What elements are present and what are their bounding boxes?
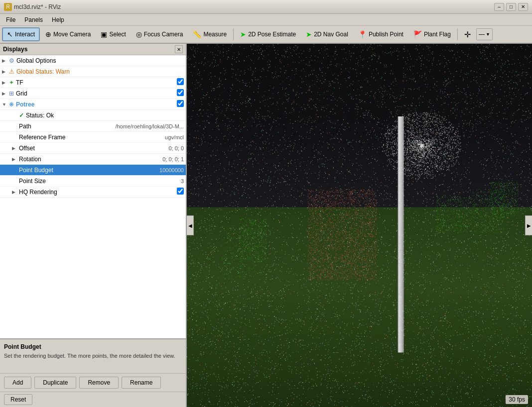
duplicate-button[interactable]: Duplicate [34,377,76,389]
select-icon: ▣ [101,30,107,38]
displays-list[interactable]: ▶ ⚙ Global Options ▶ ⚠ Global Status: Wa… [0,55,186,338]
close-button[interactable]: ✕ [518,3,528,11]
reference-frame-item[interactable]: Reference Frame ugv/mcl [0,132,186,143]
status-ok-item[interactable]: ✓ Status: Ok [0,110,186,121]
rename-button[interactable]: Rename [122,377,161,389]
2d-pose-tool[interactable]: ➤ 2D Pose Estimate [236,27,300,41]
tf-checkbox[interactable] [177,78,184,85]
expand-arrow-tf: ▶ [2,80,9,85]
add-button[interactable]: Add [4,377,31,389]
hq-rendering-checkbox-cell[interactable] [177,188,184,196]
potree-checkbox-cell[interactable] [177,100,184,108]
bottom-buttons: Add Duplicate Remove Rename [0,373,186,392]
plant-flag-label: Plant Flag [424,31,451,38]
menu-file[interactable]: File [2,15,19,24]
focus-camera-label: Focus Camera [144,31,183,38]
global-options-item[interactable]: ▶ ⚙ Global Options [0,55,186,66]
move-camera-tool[interactable]: ⊕ Move Camera [41,27,95,41]
app-icon: R [4,3,12,11]
publish-point-label: Publish Point [369,31,403,38]
offset-label: Offset [19,145,164,152]
left-collapse-button[interactable]: ◀ [187,215,194,235]
interact-label: Interact [15,31,35,38]
select-tool[interactable]: ▣ Select [96,27,130,41]
point-budget-label: Point Budget [19,167,155,174]
potree-label: Potree [16,101,177,108]
publish-point-icon: 📍 [358,30,367,38]
path-item[interactable]: Path /home/roehling/lokal/3D-M... [0,121,186,132]
path-label: Path [19,123,111,130]
ruler-icon: 📏 [193,30,201,38]
title-bar: R mcl3d.rviz* - RViz – □ ✕ [0,0,532,14]
minimize-button[interactable]: – [494,3,504,11]
point-size-item[interactable]: Point Size 3 [0,176,186,187]
tf-checkbox-cell[interactable] [177,78,184,87]
measure-tool[interactable]: 📏 Measure [188,27,231,41]
warning-icon: ⚠ [9,68,14,75]
displays-close-button[interactable]: ✕ [175,45,183,53]
expand-arrow-rotation: ▶ [12,157,19,162]
potree-item[interactable]: ▼ ❋ Potree [0,99,186,110]
2d-nav-tool[interactable]: ➤ 2D Nav Goal [301,27,353,41]
point-size-value: 3 [177,178,184,184]
maximize-button[interactable]: □ [506,3,516,11]
pointcloud-canvas [187,44,532,407]
menu-help[interactable]: Help [48,15,68,24]
rotation-label: Rotation [19,156,158,163]
global-status-item[interactable]: ▶ ⚠ Global Status: Warn [0,66,186,77]
dropdown-arrow-icon: ▼ [486,32,490,37]
displays-header: Displays ✕ [0,44,186,55]
toolbar: ↖ Interact ⊕ Move Camera ▣ Select ◎ Focu… [0,26,532,44]
left-panel: Displays ✕ ▶ ⚙ Global Options ▶ ⚠ Global… [0,44,187,407]
2d-nav-label: 2D Nav Goal [314,31,348,38]
path-value: /home/roehling/lokal/3D-M... [111,123,184,129]
add-tool-button[interactable]: ✛ [460,27,475,41]
point-budget-item[interactable]: Point Budget 10000000 [0,165,186,176]
expand-arrow-status: ▶ [2,69,9,74]
status-panel-title: Point Budget [4,343,182,350]
main-area: Displays ✕ ▶ ⚙ Global Options ▶ ⚠ Global… [0,44,532,407]
measure-label: Measure [203,31,227,38]
reference-frame-value: ugv/mcl [161,134,184,140]
publish-point-tool[interactable]: 📍 Publish Point [354,27,408,41]
grid-checkbox-cell[interactable] [177,89,184,98]
potree-checkbox[interactable] [177,100,184,107]
menu-panels[interactable]: Panels [20,15,47,24]
focus-camera-tool[interactable]: ◎ Focus Camera [132,27,188,41]
interact-tool[interactable]: ↖ Interact [2,27,40,41]
grid-item[interactable]: ▶ ⊞ Grid [0,88,186,99]
cursor-icon: ↖ [7,30,13,38]
grid-label: Grid [16,90,177,97]
expand-arrow-potree: ▼ [2,102,9,107]
camera-move-icon: ⊕ [45,30,51,38]
grid-checkbox[interactable] [177,89,184,96]
hq-rendering-checkbox[interactable] [177,188,184,195]
tf-item[interactable]: ▶ ✦ TF [0,77,186,88]
gear-icon: ⚙ [9,57,14,64]
2d-pose-label: 2D Pose Estimate [248,31,296,38]
nav-icon: ➤ [306,30,312,38]
hq-rendering-item[interactable]: ▶ HQ Rendering [0,187,186,198]
reset-button[interactable]: Reset [4,394,32,405]
reset-bar: Reset [0,392,186,407]
crosshair-icon: ✛ [464,30,471,39]
window-title: mcl3d.rviz* - RViz [14,3,61,10]
remove-button[interactable]: Remove [79,377,119,389]
tf-label: TF [16,79,177,86]
displays-title: Displays [3,46,27,53]
select-label: Select [109,31,126,38]
window-controls[interactable]: – □ ✕ [494,3,528,11]
grid-icon: ⊞ [9,90,14,97]
global-status-label: Global Status: Warn [16,68,184,75]
point-size-label: Point Size [19,178,177,185]
menu-bar: File Panels Help [0,14,532,26]
offset-item[interactable]: ▶ Offset 0; 0; 0 [0,143,186,154]
move-camera-label: Move Camera [53,31,91,38]
rotation-item[interactable]: ▶ Rotation 0; 0; 0; 1 [0,154,186,165]
expand-arrow-offset: ▶ [12,146,19,151]
3d-viewport[interactable]: ◀ ▶ 30 fps [187,44,532,407]
tool-dropdown[interactable]: — ▼ [476,28,493,40]
plant-flag-tool[interactable]: 🚩 Plant Flag [409,27,455,41]
right-collapse-button[interactable]: ▶ [525,215,532,235]
flag-icon: 🚩 [413,30,422,38]
